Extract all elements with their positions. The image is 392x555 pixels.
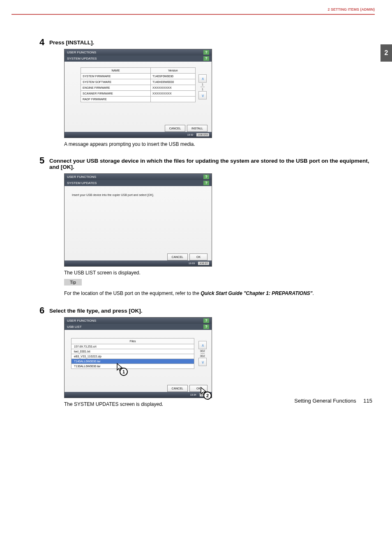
table-cell: XXXXXXXXXX: [151, 91, 196, 97]
step-title: Press [INSTALL].: [49, 39, 372, 46]
scroll-down-icon[interactable]: ∨: [198, 358, 207, 366]
step-number: 4: [39, 37, 44, 48]
table-cell: SYSTEM FIRMWARE: [81, 74, 151, 79]
table-cell: XXXXXXXXXX: [151, 85, 196, 91]
callout-badge-1: 1: [120, 368, 128, 376]
step-number: 5: [39, 155, 44, 166]
file-row-selected[interactable]: T140ALL0W0030.tar: [71, 359, 194, 364]
window-title: USER FUNCTIONS: [67, 175, 96, 179]
scroll-bar: ∧ 002 002 ∨: [198, 341, 207, 366]
screen-subtitle: SYSTEM UPDATES ?: [65, 180, 212, 186]
help-icon[interactable]: ?: [203, 181, 209, 185]
chapter-tab: 2: [380, 44, 392, 62]
table-cell: T140SF0W0030: [151, 74, 196, 79]
job-status-button[interactable]: JOB STA: [196, 133, 209, 136]
col-name: NAME: [81, 68, 151, 74]
page-footer: Setting General Functions 115: [294, 398, 372, 404]
cancel-button[interactable]: CANCEL: [167, 385, 188, 392]
window-title: USER FUNCTIONS: [67, 319, 96, 322]
step-title: Connect your USB storage device in which…: [49, 158, 372, 170]
help-icon[interactable]: ?: [203, 325, 209, 329]
firmware-table: NAME Version SYSTEM FIRMWARET140SF0W0030…: [81, 67, 196, 102]
cancel-button[interactable]: CANCEL: [165, 125, 185, 132]
screen-footer: 13:34 JOB S: [65, 392, 212, 398]
subtitle-text: SYSTEM UPDATES: [67, 57, 97, 60]
screen-subtitle: USB LIST ?: [65, 324, 212, 330]
scroll-page: 1: [198, 83, 207, 86]
step-5: 5 Connect your USB storage device in whi…: [49, 158, 372, 297]
cancel-button[interactable]: CANCEL: [167, 253, 188, 260]
help-icon[interactable]: ?: [203, 175, 209, 179]
table-cell: T140HD0W0030: [151, 79, 196, 85]
footer-page-number: 115: [363, 398, 372, 404]
file-list: Files 157.69.73.253.crt twd_0301.txt eB3…: [71, 338, 194, 369]
scroll-down-icon[interactable]: ∨: [198, 91, 207, 99]
file-row[interactable]: twd_0301.txt: [71, 349, 194, 354]
table-cell: ENGINE FIRMWARE: [81, 85, 151, 91]
scroll-up-icon[interactable]: ∧: [198, 74, 207, 83]
footer-time: 13:34: [190, 394, 196, 396]
step-number: 6: [39, 305, 44, 316]
col-version: Version: [151, 68, 196, 74]
callout-badge-2: 2: [203, 391, 212, 400]
help-icon[interactable]: ?: [203, 56, 209, 61]
table-cell: SCANNER FIRMWARE: [81, 91, 151, 97]
tip-box: Tip For the location of the USB port on …: [64, 279, 372, 297]
page-header: 2 SETTING ITEMS (ADMIN): [0, 0, 392, 14]
window-titlebar: USER FUNCTIONS ?: [65, 49, 212, 55]
ok-button[interactable]: OK: [189, 253, 208, 260]
scroll-up-icon[interactable]: ∧: [198, 341, 207, 349]
tip-label: Tip: [64, 279, 82, 286]
footer-time: 13:32: [187, 134, 193, 136]
table-cell: RADF FIRMWARE: [81, 97, 151, 102]
table-cell: SYSTEM SOFTWARE: [81, 79, 151, 85]
table-cell: [151, 97, 196, 102]
scroll-bar: ∧ 1 1 ∨: [198, 74, 207, 100]
scroll-total: 002: [198, 355, 207, 357]
window-title: USER FUNCTIONS: [67, 51, 96, 54]
scroll-page: 002: [198, 350, 207, 352]
help-icon[interactable]: ?: [203, 318, 209, 323]
screen-footer: 13:32 JOB STA: [65, 132, 212, 138]
files-header: Files: [71, 338, 194, 344]
footer-time: 13:33: [189, 262, 195, 265]
install-button[interactable]: INSTALL: [187, 125, 208, 132]
subtitle-text: SYSTEM UPDATES: [67, 181, 97, 185]
step-title: Select the file type, and press [OK].: [49, 308, 372, 314]
tip-text: For the location of the USB port on the …: [64, 290, 372, 297]
window-titlebar: USER FUNCTIONS ?: [65, 318, 212, 324]
window-titlebar: USER FUNCTIONS ?: [65, 174, 212, 180]
job-status-button[interactable]: JOB ST: [198, 262, 209, 265]
screen-footer: 13:33 JOB ST: [65, 260, 212, 266]
help-icon[interactable]: ?: [203, 50, 209, 55]
screenshot-usb-list: USER FUNCTIONS ? USB LIST ? Files 157.69…: [64, 317, 212, 398]
file-row[interactable]: 157.69.73.253.crt: [71, 344, 194, 349]
step-6: 6 Select the file type, and press [OK]. …: [49, 308, 372, 407]
scroll-total: 1: [198, 88, 207, 91]
prompt-message: Insert your USB device into the copier U…: [69, 192, 208, 198]
file-row[interactable]: T130ALL0W0030.tar: [71, 364, 194, 369]
step-after-text: The USB LIST screen is displayed.: [64, 270, 372, 276]
step-after-text: A message appears prompting you to inser…: [64, 141, 372, 147]
screenshot-install: USER FUNCTIONS ? SYSTEM UPDATES ? NAME V…: [64, 49, 212, 138]
screen-subtitle: SYSTEM UPDATES ?: [65, 55, 212, 62]
subtitle-text: USB LIST: [67, 325, 82, 329]
file-row[interactable]: eB3_V33_110222.zip: [71, 354, 194, 359]
step-4: 4 Press [INSTALL]. USER FUNCTIONS ? SYST…: [49, 39, 372, 147]
footer-section: Setting General Functions: [294, 398, 356, 404]
screenshot-usb-prompt: USER FUNCTIONS ? SYSTEM UPDATES ? Insert…: [64, 173, 212, 267]
